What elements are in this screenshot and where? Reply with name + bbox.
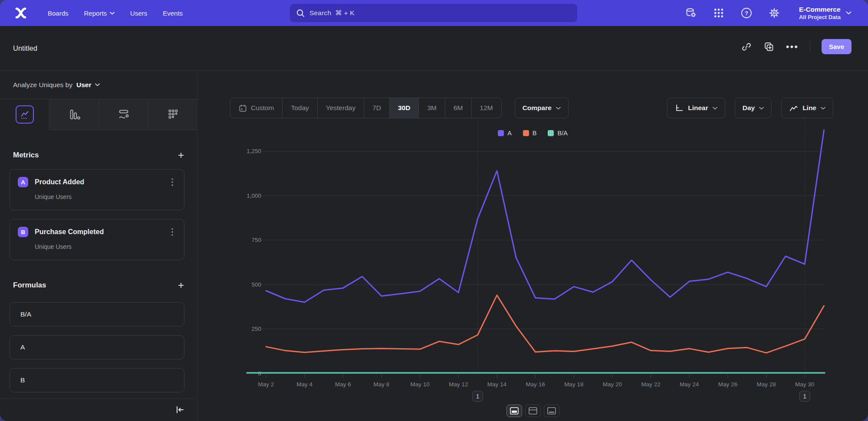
metric-measure[interactable]: Unique Users	[35, 193, 176, 200]
chevron-down-icon	[759, 107, 764, 110]
tab-retention[interactable]	[148, 99, 197, 130]
formula-text: B	[20, 376, 25, 384]
svg-text:May 4: May 4	[296, 381, 312, 388]
search-placeholder: Search ⌘ + K	[309, 9, 355, 17]
svg-text:?: ?	[745, 10, 748, 16]
nav-label: Reports	[84, 10, 107, 17]
svg-text:May 18: May 18	[564, 381, 583, 388]
svg-text:May 8: May 8	[374, 381, 390, 388]
range-label: Custom	[251, 104, 274, 112]
nav-item-users[interactable]: Users	[130, 10, 147, 17]
chart-style-label: Line	[802, 104, 816, 112]
axis-linear-icon	[675, 104, 684, 112]
bar-chart-icon	[68, 108, 81, 121]
chevron-down-icon	[713, 107, 717, 110]
calendar-icon	[239, 104, 247, 112]
layout-toggles	[506, 405, 559, 417]
layout-split-view-button[interactable]	[525, 405, 541, 417]
metric-card-a[interactable]: A Product Added Unique Users	[10, 169, 184, 210]
svg-text:1: 1	[476, 393, 480, 400]
svg-text:1,250: 1,250	[247, 148, 261, 154]
line-chart[interactable]: 02505007501,0001,250May 2May 4May 6May 8…	[197, 113, 868, 405]
nav-items: Boards Reports Users Events	[48, 10, 183, 17]
save-button[interactable]: Save	[822, 39, 852, 54]
line-chart-icon	[789, 104, 798, 113]
help-icon[interactable]: ?	[741, 7, 752, 19]
tab-funnels[interactable]	[49, 99, 99, 130]
apps-grid-icon[interactable]	[713, 7, 724, 19]
tab-insights[interactable]	[0, 99, 49, 130]
layout-chart-only-button[interactable]	[506, 405, 522, 417]
svg-text:500: 500	[251, 281, 261, 288]
nav-label: Users	[130, 10, 147, 17]
formula-card[interactable]: A	[10, 335, 184, 359]
nav-item-reports[interactable]: Reports	[84, 10, 115, 17]
divider	[810, 41, 810, 52]
retention-grid-icon	[167, 108, 180, 121]
flows-icon	[117, 108, 131, 121]
sidebar-footer	[0, 398, 197, 421]
chevron-down-icon	[110, 12, 115, 15]
layout-table-view-button[interactable]	[544, 405, 559, 417]
analyze-label: Analyze Uniques by	[13, 81, 72, 89]
formula-text: A	[20, 343, 25, 351]
tab-flows[interactable]	[99, 99, 148, 130]
formulas-header: Formulas +	[13, 281, 184, 290]
kebab-menu-icon[interactable]	[168, 177, 176, 187]
range-label: 6M	[454, 104, 463, 112]
metric-measure[interactable]: Unique Users	[35, 243, 176, 250]
top-navbar: Boards Reports Users Events Search ⌘ + K	[0, 0, 868, 26]
insights-line-icon	[16, 105, 34, 124]
collapse-sidebar-icon[interactable]	[174, 405, 186, 416]
metric-badge-b: B	[18, 227, 28, 237]
nav-label: Events	[163, 10, 183, 17]
project-name: E-Commerce	[799, 5, 841, 13]
search-input[interactable]: Search ⌘ + K	[290, 4, 577, 22]
svg-text:May 28: May 28	[756, 381, 776, 388]
add-formula-button[interactable]: +	[178, 281, 184, 290]
metric-name: Purchase Completed	[35, 228, 162, 236]
svg-text:May 26: May 26	[718, 381, 737, 388]
granularity-label: Day	[743, 104, 755, 112]
metric-badge-a: A	[18, 177, 28, 187]
add-metric-button[interactable]: +	[178, 151, 184, 160]
navbar-right: ? E-Commerce All Project Data	[685, 0, 852, 26]
svg-text:May 30: May 30	[795, 381, 814, 388]
mixpanel-logo-icon[interactable]	[12, 4, 30, 22]
range-label: 12M	[480, 104, 493, 112]
settings-gear-icon[interactable]	[769, 7, 780, 19]
analyze-header: Analyze Uniques by User	[0, 71, 197, 99]
project-selector[interactable]: E-Commerce All Project Data	[799, 5, 852, 21]
report-titlebar: Untitled •••	[0, 26, 868, 71]
svg-text:May 14: May 14	[487, 381, 507, 388]
svg-text:250: 250	[251, 326, 261, 332]
nav-item-events[interactable]: Events	[163, 10, 183, 17]
report-main: Custom Today Yesterday 7D 30D 3M 6M 12M …	[197, 71, 868, 421]
chevron-down-icon	[846, 11, 852, 15]
nav-item-boards[interactable]: Boards	[48, 10, 69, 17]
range-label: Today	[291, 104, 309, 112]
title-actions: ••• Save	[741, 39, 852, 54]
project-scope: All Project Data	[799, 14, 841, 21]
report-title[interactable]: Untitled	[13, 44, 37, 52]
svg-text:May 12: May 12	[449, 381, 468, 388]
metrics-title: Metrics	[13, 151, 39, 160]
app-window: Boards Reports Users Events Search ⌘ + K	[0, 0, 868, 421]
svg-text:May 22: May 22	[641, 381, 660, 388]
metric-card-b[interactable]: B Purchase Completed Unique Users	[10, 219, 184, 260]
svg-text:May 20: May 20	[603, 381, 622, 388]
copy-link-icon[interactable]	[741, 41, 752, 52]
kebab-menu-icon[interactable]	[168, 227, 176, 237]
nav-label: Boards	[48, 10, 69, 17]
range-label: 7D	[372, 104, 381, 112]
query-sidebar: Analyze Uniques by User	[0, 71, 197, 421]
svg-text:750: 750	[251, 237, 261, 243]
data-management-icon[interactable]	[685, 7, 697, 19]
formula-card[interactable]: B/A	[10, 302, 184, 326]
duplicate-icon[interactable]	[763, 41, 775, 52]
formula-card[interactable]: B	[10, 368, 184, 392]
compare-label: Compare	[523, 104, 552, 112]
more-options-button[interactable]: •••	[786, 45, 799, 49]
analyze-entity-dropdown[interactable]: User	[76, 81, 91, 89]
range-label: 3M	[427, 104, 437, 112]
